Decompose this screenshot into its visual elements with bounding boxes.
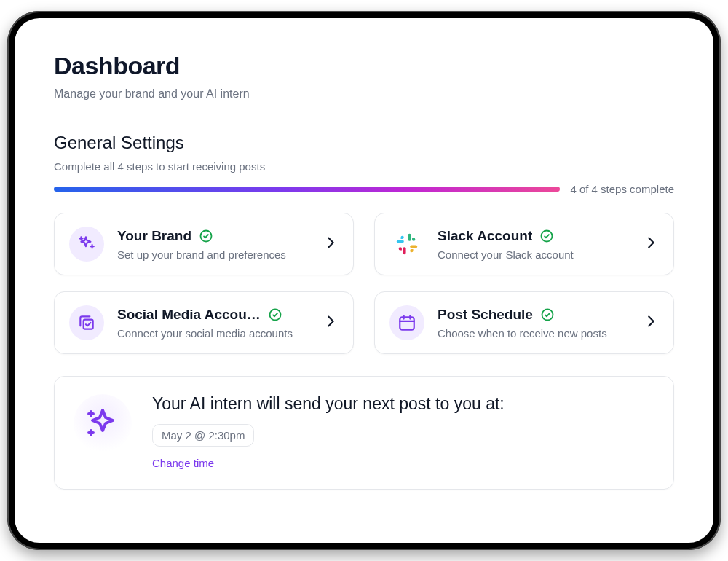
progress-label: 4 of 4 steps complete bbox=[570, 183, 674, 195]
chevron-right-icon bbox=[323, 313, 339, 332]
card-title: Slack Account bbox=[438, 228, 532, 244]
check-circle-icon bbox=[540, 307, 555, 322]
sparkles-icon bbox=[69, 227, 104, 262]
section-subtitle: Complete all 4 steps to start receiving … bbox=[54, 160, 674, 173]
slack-icon bbox=[389, 227, 424, 262]
card-slack-account[interactable]: Slack Account Connect your Slack account bbox=[374, 213, 674, 275]
sparkle-large-icon bbox=[74, 394, 132, 452]
change-time-link[interactable]: Change time bbox=[152, 457, 214, 469]
page-subtitle: Manage your brand and your AI intern bbox=[54, 87, 674, 101]
page-title: Dashboard bbox=[54, 52, 674, 80]
card-desc: Connect your Slack account bbox=[438, 248, 630, 261]
svg-rect-2 bbox=[410, 245, 417, 248]
next-post-time-pill: May 2 @ 2:30pm bbox=[152, 424, 254, 447]
progress-bar bbox=[54, 187, 560, 192]
chevron-right-icon bbox=[643, 313, 659, 332]
settings-cards-grid: Your Brand Set up your brand and prefere… bbox=[54, 213, 674, 354]
card-title: Social Media Accou… bbox=[117, 307, 261, 323]
svg-rect-8 bbox=[400, 317, 414, 329]
section-title-general-settings: General Settings bbox=[54, 133, 674, 153]
copy-check-icon bbox=[69, 305, 104, 340]
app-viewport: Dashboard Manage your brand and your AI … bbox=[15, 18, 713, 543]
svg-rect-4 bbox=[397, 240, 404, 243]
next-post-title: Your AI intern will send your next post … bbox=[152, 394, 505, 414]
card-desc: Set up your brand and preferences bbox=[117, 248, 309, 261]
check-circle-icon bbox=[268, 307, 282, 322]
check-circle-icon bbox=[539, 229, 554, 243]
card-your-brand[interactable]: Your Brand Set up your brand and prefere… bbox=[54, 213, 354, 275]
chevron-right-icon bbox=[643, 235, 659, 254]
card-desc: Connect your social media accounts bbox=[117, 327, 309, 340]
card-desc: Choose when to receive new posts bbox=[438, 327, 630, 340]
svg-rect-3 bbox=[403, 247, 405, 254]
card-post-schedule[interactable]: Post Schedule Choose when to receive new… bbox=[374, 291, 674, 354]
check-circle-icon bbox=[199, 229, 213, 243]
svg-rect-1 bbox=[408, 234, 411, 241]
calendar-icon bbox=[389, 305, 424, 340]
progress-row: 4 of 4 steps complete bbox=[54, 183, 674, 195]
tablet-frame: Dashboard Manage your brand and your AI … bbox=[7, 11, 721, 550]
card-title: Post Schedule bbox=[438, 307, 533, 323]
next-post-panel: Your AI intern will send your next post … bbox=[54, 376, 674, 490]
chevron-right-icon bbox=[323, 235, 339, 254]
card-title: Your Brand bbox=[117, 228, 191, 244]
card-social-media-accounts[interactable]: Social Media Accou… Connect your social … bbox=[54, 291, 354, 354]
